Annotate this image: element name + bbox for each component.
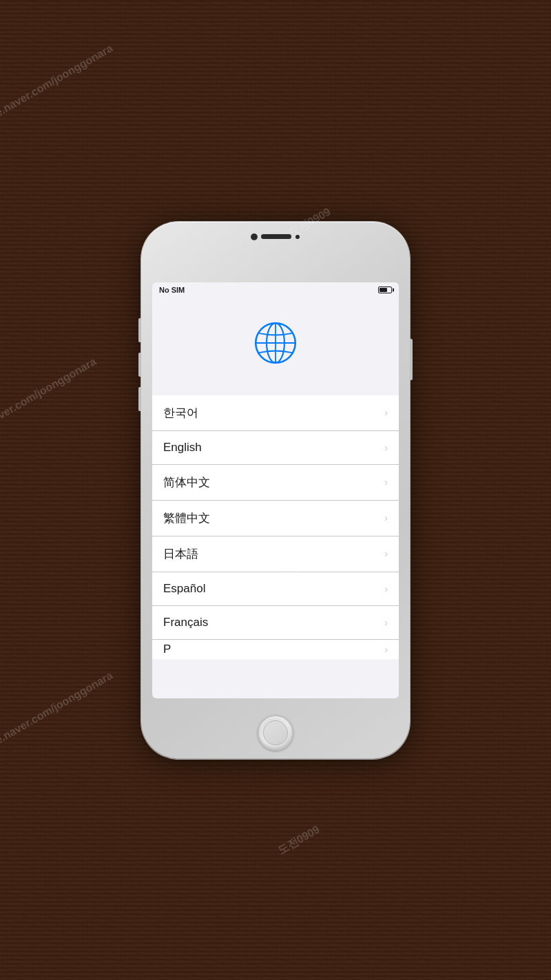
carrier-label: No SIM [159,286,185,294]
chevron-icon-simplified-chinese: › [384,477,388,488]
phone-screen: No SIM [152,282,399,698]
language-item-korean[interactable]: 한국어 › [152,395,399,431]
chevron-icon-korean: › [384,407,388,418]
language-label-traditional-chinese: 繁體中文 [163,510,210,526]
language-label-french: Français [163,616,208,629]
battery-fill [380,288,387,292]
chevron-icon-japanese: › [384,548,388,559]
section-spacer [152,382,399,395]
language-label-simplified-chinese: 简体中文 [163,475,210,490]
phone-device: No SIM [141,222,410,759]
globe-icon [251,318,300,368]
language-label-korean: 한국어 [163,405,198,421]
language-label-spanish: Español [163,582,205,596]
language-item-partial[interactable]: Р › [152,640,399,659]
chevron-icon-spanish: › [384,583,388,594]
language-item-traditional-chinese[interactable]: 繁體中文 › [152,501,399,536]
battery-icon [378,286,392,293]
chevron-icon-english: › [384,442,388,453]
language-item-english[interactable]: English › [152,431,399,465]
language-label-japanese: 日本語 [163,546,198,562]
language-label-english: English [163,441,202,455]
status-right [378,286,392,293]
language-item-japanese[interactable]: 日本語 › [152,536,399,572]
language-label-partial: Р [163,643,171,656]
globe-container [152,298,399,382]
home-button-area [258,715,293,751]
sensor [295,235,300,239]
home-button-inner [263,720,288,745]
language-item-spanish[interactable]: Español › [152,572,399,606]
language-list: 한국어 › English › 简体中文 › 繁體中文 › 日本語 › Espa… [152,395,399,659]
chevron-icon-traditional-chinese: › [384,512,388,523]
language-item-simplified-chinese[interactable]: 简体中文 › [152,465,399,501]
chevron-icon-french: › [384,617,388,628]
phone-top-sensors [251,234,300,240]
home-button[interactable] [258,715,293,751]
earpiece [261,234,291,239]
front-camera [251,234,257,240]
status-bar: No SIM [152,282,399,298]
language-item-french[interactable]: Français › [152,606,399,640]
chevron-icon-partial: › [384,644,388,655]
